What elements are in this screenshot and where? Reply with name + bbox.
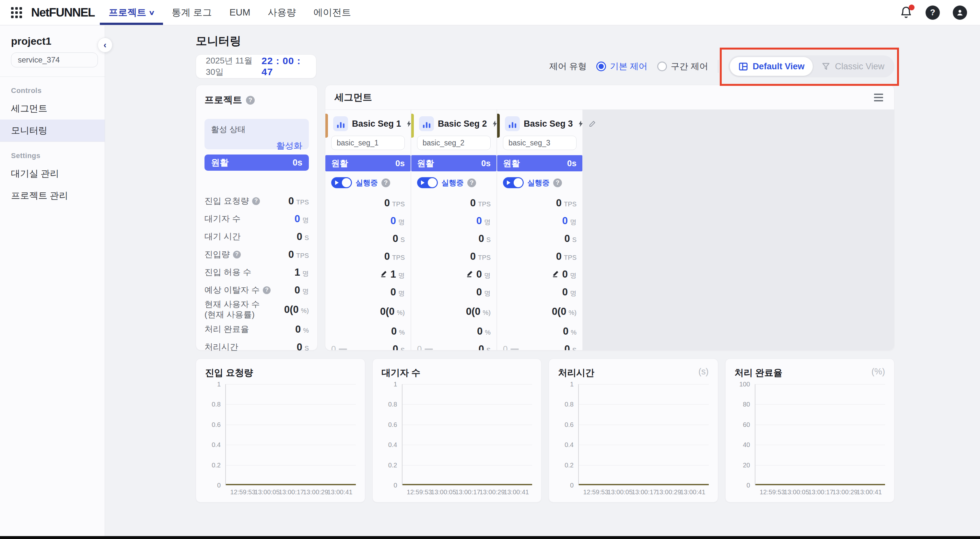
y-tick-label: 0.8 <box>212 401 221 408</box>
stat-value: 0S <box>296 342 309 353</box>
help-icon[interactable]: ? <box>382 178 390 187</box>
project-stat-row-5: 예상 이탈자 수?0명 <box>205 281 309 299</box>
stat-number: 0 <box>288 249 294 261</box>
help-icon[interactable]: ? <box>233 251 241 259</box>
help-icon[interactable]: ? <box>246 96 255 105</box>
stat-number: 0 <box>294 285 300 296</box>
stat-unit: 명 <box>570 218 576 226</box>
segment-stat-value: 0TPS <box>384 251 405 262</box>
segments-panel-title: 세그먼트 <box>334 91 372 104</box>
sidebar-item-프로젝트 관리[interactable]: 프로젝트 관리 <box>0 184 105 207</box>
sidebar-item-모니터링[interactable]: 모니터링 <box>0 119 105 142</box>
edit-pencil-icon[interactable] <box>552 269 560 278</box>
project-stat-row-7: 처리 완료율0% <box>205 320 309 338</box>
nav-item-2[interactable]: EUM <box>221 0 259 25</box>
apps-grid-icon[interactable] <box>11 7 22 18</box>
stat-unit: 명 <box>302 269 309 278</box>
sidebar-item-대기실 관리[interactable]: 대기실 관리 <box>0 162 105 184</box>
help-icon[interactable]: ? <box>252 197 260 205</box>
stat-label: 진입량? <box>205 250 241 260</box>
segment-code-input[interactable] <box>417 138 490 147</box>
edit-pencil-icon[interactable] <box>380 269 388 278</box>
project-stat-row-4: 진입 허용 수1명 <box>205 263 309 281</box>
running-toggle[interactable] <box>503 177 524 188</box>
segment-code-field[interactable] <box>331 136 405 150</box>
help-icon[interactable]: ? <box>553 178 562 187</box>
stat-number: 0 <box>477 326 482 337</box>
charts-row: 진입 요청량00.20.40.60.8112:59:5313:00:0513:0… <box>196 359 894 502</box>
chart-title: 대기자 수 <box>382 367 421 379</box>
running-label: 실행중 <box>355 178 378 188</box>
bar-chart-icon <box>333 116 348 131</box>
sidebar-item-세그먼트[interactable]: 세그먼트 <box>0 97 105 119</box>
x-tick-label: 12:59:53 <box>230 488 255 496</box>
service-select[interactable] <box>11 52 98 67</box>
notifications-bell-icon[interactable] <box>900 6 913 19</box>
segment-stat-value: 0TPS <box>470 251 491 262</box>
edit-pencil-icon <box>552 269 560 278</box>
main-content: 모니터링 2025년 11월 30일 22 : 00 : 47 제어 유형 기본… <box>105 25 980 536</box>
account-button[interactable] <box>953 5 967 20</box>
x-tick-label: 13:00:17 <box>455 488 480 496</box>
gridline <box>756 384 885 385</box>
chevron-down-icon: ∨ <box>148 9 155 16</box>
stat-label: 대기자 수 <box>205 214 240 224</box>
chart-x-axis: 12:59:5313:00:0513:00:1713:00:2913:00:41 <box>578 485 709 497</box>
stat-value: 0TPS <box>288 195 309 207</box>
help-button[interactable]: ? <box>926 5 940 20</box>
stat-unit: %) <box>397 309 405 316</box>
lightning-bolt-icon[interactable] <box>577 119 585 128</box>
chart-x-axis: 12:59:5313:00:0513:00:1713:00:2913:00:41 <box>402 485 533 497</box>
stat-number: 0 <box>391 326 397 337</box>
nav-item-0[interactable]: 프로젝트∨ <box>100 0 163 25</box>
segment-code-input[interactable] <box>331 138 404 147</box>
nav-item-3[interactable]: 사용량 <box>259 0 305 25</box>
stat-number: 0 <box>556 251 562 262</box>
nav-item-4[interactable]: 에이전트 <box>305 0 360 25</box>
radio-basic-control[interactable]: 기본 제어 <box>596 60 648 72</box>
segment-stat-row-2: 0S <box>331 230 405 248</box>
help-icon[interactable]: ? <box>263 286 270 294</box>
project-stat-row-2: 대기 시간0S <box>205 228 309 245</box>
help-icon[interactable]: ? <box>467 178 476 187</box>
stat-unit: S <box>305 234 309 242</box>
page-title: 모니터링 <box>196 33 894 49</box>
sidebar-item-label: 프로젝트 관리 <box>11 189 68 202</box>
stat-number: 0 <box>476 286 482 298</box>
pencil-icon[interactable] <box>589 120 596 128</box>
segment-code-field[interactable] <box>417 136 491 150</box>
x-tick-label: 12:59:53 <box>583 488 608 496</box>
segment-code-input[interactable] <box>503 138 576 147</box>
edit-pencil-icon <box>380 269 388 278</box>
running-toggle[interactable] <box>331 177 352 188</box>
radio-range-control[interactable]: 구간 제어 <box>657 60 708 72</box>
segment-stat-value: 0TPS <box>556 197 576 209</box>
sidebar-collapse-button[interactable]: ‹ <box>97 38 113 52</box>
chart-card-4: 처리 완료율(%)02040608010012:59:5313:00:0513:… <box>725 359 895 502</box>
gridline <box>226 465 356 466</box>
y-tick-label: 0.6 <box>212 421 221 428</box>
segment-stat-value: 0명 <box>552 269 576 280</box>
sidebar-item-label: 세그먼트 <box>11 102 47 114</box>
stat-number: 0 <box>296 231 302 243</box>
active-state-card: 활성 상태 활성화 <box>205 119 309 149</box>
stat-number: 0 <box>562 286 568 298</box>
y-tick-label: 20 <box>743 461 750 469</box>
chart-plot-area <box>578 384 709 485</box>
stat-unit: % <box>303 327 309 334</box>
stat-unit: TPS <box>392 254 405 261</box>
segment-running-row: 실행중? <box>497 176 582 189</box>
segment-stat-value: 0S <box>564 233 576 245</box>
edit-pencil-icon[interactable] <box>466 269 474 278</box>
menu-hamburger-icon[interactable] <box>872 92 885 103</box>
y-tick-label: 1 <box>393 381 397 388</box>
segment-code-field[interactable] <box>503 136 576 150</box>
gridline <box>402 445 533 445</box>
running-toggle[interactable] <box>417 177 438 188</box>
stat-unit: S <box>572 347 576 351</box>
nav-item-1[interactable]: 통계 로그 <box>163 0 221 25</box>
control-type-label: 제어 유형 <box>549 60 587 72</box>
service-select-input[interactable] <box>11 56 97 64</box>
x-tick-label: 13:00:05 <box>255 488 280 496</box>
segment-stat-row-8: 00S <box>331 340 405 350</box>
